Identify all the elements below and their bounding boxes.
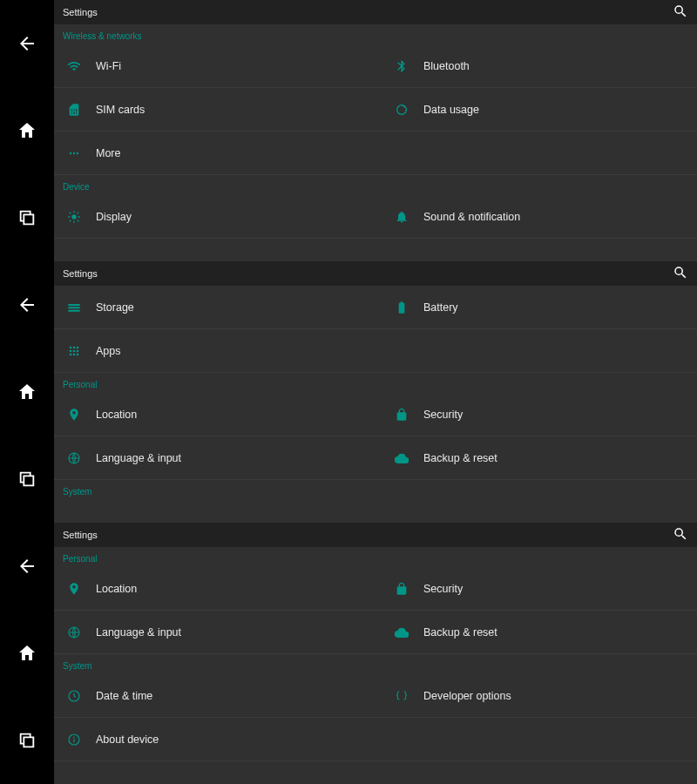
settings-item-label: Language & input [96, 452, 181, 464]
app-header: Settings [54, 261, 697, 286]
nav-recent-button[interactable] [0, 174, 54, 261]
location-icon [66, 407, 82, 422]
settings-item-label: More [96, 147, 120, 159]
settings-item-label: Language & input [96, 626, 181, 639]
battery-icon [394, 300, 409, 315]
settings-item-label: Display [96, 211, 132, 223]
wifi-icon [66, 58, 82, 74]
settings-item-label: Location [96, 409, 137, 421]
settings-item-label: Backup & reset [423, 626, 497, 639]
lock-icon [394, 407, 409, 422]
nav-recent-button[interactable] [0, 697, 54, 784]
settings-item-backup-reset[interactable]: Backup & reset [382, 436, 697, 480]
app-title: Settings [63, 530, 98, 540]
globe-icon [66, 625, 82, 640]
system-navbar [0, 0, 54, 784]
settings-item-label: SIM cards [96, 104, 145, 116]
settings-item-apps[interactable]: Apps [54, 329, 369, 373]
settings-panel: SettingsWireless & networksWi-FiBluetoot… [54, 0, 697, 261]
settings-item-label: Data usage [423, 104, 479, 116]
settings-item-location[interactable]: Location [54, 393, 369, 436]
settings-item-label: Date & time [96, 690, 152, 702]
apps-icon [66, 343, 82, 359]
lock-icon [394, 581, 409, 597]
data-icon [394, 102, 409, 118]
section-header-system: System [54, 654, 697, 674]
settings-item-wi-fi[interactable]: Wi-Fi [54, 44, 369, 88]
settings-item-label: Sound & notification [423, 211, 520, 223]
clock-icon [66, 688, 82, 704]
section-header-wireless-networks: Wireless & networks [54, 24, 697, 44]
settings-item-label: Security [423, 409, 463, 421]
settings-item-label: About device [96, 733, 159, 746]
settings-item-storage[interactable]: Storage [54, 286, 369, 329]
cloud-icon [394, 450, 409, 466]
settings-item-label: Battery [423, 301, 458, 314]
settings-item-more[interactable]: More [54, 132, 369, 175]
settings-item-label: Storage [96, 301, 134, 314]
settings-item-developer-options[interactable]: Developer options [382, 674, 697, 718]
settings-item-location[interactable]: Location [54, 567, 369, 611]
app-title: Settings [63, 268, 98, 279]
settings-item-label: Security [423, 583, 463, 595]
app-header: Settings [54, 523, 697, 547]
nav-recent-button[interactable] [0, 436, 54, 523]
nav-back-button[interactable] [0, 261, 54, 348]
settings-item-battery[interactable]: Battery [382, 286, 697, 329]
settings-item-language-input[interactable]: Language & input [54, 436, 369, 480]
display-icon [66, 209, 82, 225]
sim-icon [66, 102, 82, 118]
settings-item-display[interactable]: Display [54, 195, 369, 239]
settings-panel: SettingsPersonalLocationSecurityLanguage… [54, 523, 697, 784]
info-icon [66, 732, 82, 747]
settings-item-backup-reset[interactable]: Backup & reset [382, 611, 697, 654]
app-title: Settings [63, 7, 98, 17]
app-header: Settings [54, 0, 697, 24]
bell-icon [394, 209, 409, 225]
bluetooth-icon [394, 58, 409, 74]
settings-item-about-device[interactable]: About device [54, 718, 369, 761]
nav-home-button[interactable] [0, 610, 54, 697]
settings-item-date-time[interactable]: Date & time [54, 674, 369, 718]
settings-item-security[interactable]: Security [382, 567, 697, 611]
location-icon [66, 581, 82, 597]
settings-item-language-input[interactable]: Language & input [54, 611, 369, 654]
nav-back-button[interactable] [0, 523, 54, 610]
nav-back-button[interactable] [0, 0, 54, 87]
search-icon[interactable] [673, 265, 688, 282]
settings-item-label: Apps [96, 345, 121, 357]
settings-item-bluetooth[interactable]: Bluetooth [382, 44, 697, 88]
cloud-icon [394, 625, 409, 640]
section-header-personal: Personal [54, 547, 697, 567]
search-icon[interactable] [673, 526, 688, 544]
settings-item-sound-notification[interactable]: Sound & notification [382, 195, 697, 239]
settings-item-security[interactable]: Security [382, 393, 697, 436]
section-header-device: Device [54, 175, 697, 195]
settings-item-label: Location [96, 583, 137, 595]
settings-item-sim-cards[interactable]: SIM cards [54, 88, 369, 132]
settings-panel: SettingsStorageBatteryAppsPersonalLocati… [54, 261, 697, 523]
settings-item-label: Wi-Fi [96, 60, 121, 72]
settings-item-label: Backup & reset [423, 452, 497, 464]
braces-icon [394, 688, 409, 704]
settings-item-label: Bluetooth [423, 60, 470, 72]
globe-icon [66, 450, 82, 466]
nav-home-button[interactable] [0, 348, 54, 436]
search-icon[interactable] [673, 3, 688, 21]
section-header-system: System [54, 480, 697, 500]
storage-icon [66, 300, 82, 315]
section-header-personal: Personal [54, 373, 697, 393]
settings-item-label: Developer options [423, 690, 511, 702]
more-icon [66, 145, 82, 161]
settings-item-data-usage[interactable]: Data usage [382, 88, 697, 132]
nav-home-button[interactable] [0, 87, 54, 174]
